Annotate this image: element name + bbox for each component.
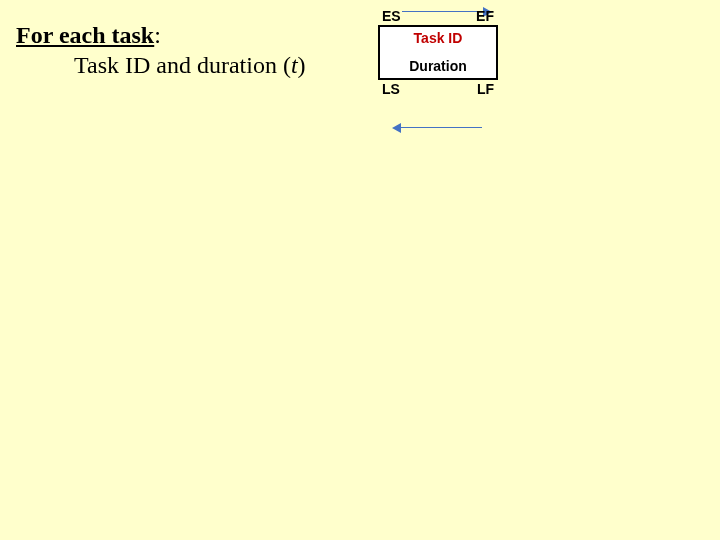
slide-subline: Task ID and duration (t) bbox=[74, 52, 306, 79]
subline-post: ) bbox=[298, 52, 306, 78]
arrow-head-left-icon bbox=[392, 123, 401, 133]
slide-heading: For each task: bbox=[16, 22, 161, 49]
subline-var: t bbox=[291, 52, 298, 78]
task-node-legend: ES EF Task ID Duration LS LF bbox=[378, 8, 498, 138]
task-box: Task ID Duration bbox=[378, 25, 498, 80]
backward-pass-arrow bbox=[392, 122, 482, 134]
label-lf: LF bbox=[477, 81, 494, 97]
label-ef: EF bbox=[476, 8, 494, 24]
subline-pre: Task ID and duration ( bbox=[74, 52, 291, 78]
duration-label: Duration bbox=[380, 58, 496, 78]
bottom-label-row: LS LF bbox=[378, 81, 498, 97]
heading-lead: For each task bbox=[16, 22, 154, 48]
heading-tail: : bbox=[154, 22, 161, 48]
label-ls: LS bbox=[382, 81, 400, 97]
task-id-label: Task ID bbox=[380, 27, 496, 58]
arrow-line bbox=[400, 127, 482, 128]
top-label-row: ES EF bbox=[378, 8, 498, 24]
label-es: ES bbox=[382, 8, 401, 24]
